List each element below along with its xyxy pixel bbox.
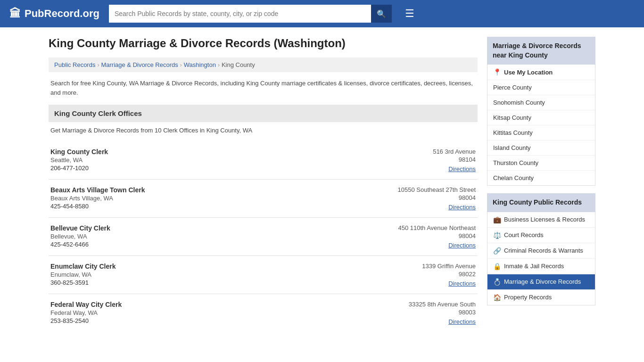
sidebar-records-item[interactable]: 🏠Property Records <box>487 290 595 305</box>
sidebar-nearby-link[interactable]: Pierce County <box>493 84 532 91</box>
clerk-phone: 253-835-2540 <box>50 317 381 324</box>
clerk-right: 10550 Southeast 27th Street 98004 Direct… <box>381 186 476 211</box>
clerk-zip: 98022 <box>381 271 476 278</box>
search-icon: 🔍 <box>377 9 386 18</box>
section-description: Get Marriage & Divorce Records from 10 C… <box>49 127 478 134</box>
clerk-left: King County Clerk Seattle, WA 206-477-10… <box>50 148 381 173</box>
clerk-address: 516 3rd Avenue <box>381 148 476 155</box>
sidebar-nearby-link[interactable]: Kittitas County <box>493 129 533 136</box>
breadcrumb-sep-3: › <box>218 62 220 68</box>
clerk-city: Seattle, WA <box>50 156 381 164</box>
breadcrumb-washington[interactable]: Washington <box>184 61 216 68</box>
directions-link[interactable]: Directions <box>448 165 476 173</box>
clerk-address: 450 110th Avenue Northeast <box>381 224 476 231</box>
clerk-name: Bellevue City Clerk <box>50 224 381 232</box>
sidebar-nearby-link[interactable]: Use My Location <box>504 69 553 76</box>
sidebar-nearby-item[interactable]: Chelan County <box>487 171 595 185</box>
clerk-entry: Beaux Arts Village Town Clerk Beaux Arts… <box>49 180 478 218</box>
nearby-header: Marriage & Divorce Records near King Cou… <box>487 37 595 65</box>
search-bar: 🔍 <box>109 5 392 23</box>
breadcrumb: Public Records › Marriage & Divorce Reco… <box>49 58 478 72</box>
clerk-zip: 98004 <box>381 194 476 201</box>
sidebar-item-icon: ⚖️ <box>493 231 501 239</box>
records-items: 💼Business Licenses & Records⚖️Court Reco… <box>487 212 595 305</box>
breadcrumb-king-county: King County <box>222 61 255 68</box>
sidebar-nearby-link[interactable]: Island County <box>493 144 531 151</box>
clerk-address: 1339 Griffin Avenue <box>381 263 476 270</box>
clerk-left: Enumclaw City Clerk Enumclaw, WA 360-825… <box>50 263 381 287</box>
clerk-phone: 206-477-1020 <box>50 165 381 172</box>
clerk-name: Beaux Arts Village Town Clerk <box>50 186 381 194</box>
sidebar-records-item[interactable]: ⚖️Court Records <box>487 228 595 243</box>
nearby-items: 📍Use My LocationPierce CountySnohomish C… <box>487 65 595 186</box>
hamburger-icon: ☰ <box>405 8 414 19</box>
sidebar-nearby-item[interactable]: Island County <box>487 140 595 156</box>
sidebar-item-icon: 💼 <box>493 216 501 223</box>
breadcrumb-sep-1: › <box>97 62 99 68</box>
clerk-left: Bellevue City Clerk Bellevue, WA 425-452… <box>50 224 381 249</box>
sidebar-nearby-item[interactable]: Pierce County <box>487 80 595 95</box>
sidebar-records-link[interactable]: Inmate & Jail Records <box>504 263 564 270</box>
clerk-left: Federal Way City Clerk Federal Way, WA 2… <box>50 301 381 325</box>
clerk-name: Federal Way City Clerk <box>50 301 381 308</box>
content-area: King County Marriage & Divorce Records (… <box>49 37 478 332</box>
clerk-zip: 98104 <box>381 156 476 163</box>
clerk-zip: 98004 <box>381 232 476 239</box>
main-container: King County Marriage & Divorce Records (… <box>39 27 605 341</box>
search-input[interactable] <box>109 5 371 23</box>
clerk-right: 450 110th Avenue Northeast 98004 Directi… <box>381 224 476 249</box>
sidebar-records-link[interactable]: Court Records <box>504 231 544 239</box>
section-header: King County Clerk Offices <box>49 105 478 122</box>
directions-link[interactable]: Directions <box>448 318 476 325</box>
nearby-box: Marriage & Divorce Records near King Cou… <box>487 37 595 186</box>
directions-link[interactable]: Directions <box>448 280 476 287</box>
sidebar-records-link[interactable]: Criminal Records & Warrants <box>504 247 583 254</box>
sidebar-records-item[interactable]: 🔗Criminal Records & Warrants <box>487 243 595 259</box>
sidebar-nearby-link[interactable]: Kitsap County <box>493 114 531 121</box>
sidebar-nearby-item[interactable]: Kittitas County <box>487 125 595 140</box>
site-logo[interactable]: 🏛 PubRecord.org <box>9 7 99 20</box>
sidebar-nearby-link[interactable]: Chelan County <box>493 174 534 181</box>
records-box: King County Public Records 💼Business Lic… <box>487 193 595 305</box>
clerk-name: Enumclaw City Clerk <box>50 263 381 270</box>
sidebar-records-item[interactable]: 🔒Inmate & Jail Records <box>487 259 595 274</box>
page-title: King County Marriage & Divorce Records (… <box>49 37 478 50</box>
clerk-entry: King County Clerk Seattle, WA 206-477-10… <box>49 141 478 180</box>
sidebar-nearby-item[interactable]: Kitsap County <box>487 110 595 125</box>
page-description: Search for free King County, WA Marriage… <box>49 79 478 97</box>
sidebar-records-link[interactable]: Marriage & Divorce Records <box>504 278 581 285</box>
clerk-entry: Bellevue City Clerk Bellevue, WA 425-452… <box>49 218 478 256</box>
sidebar-records-item[interactable]: 💼Business Licenses & Records <box>487 212 595 228</box>
clerk-address: 33325 8th Avenue South <box>381 301 476 308</box>
clerk-left: Beaux Arts Village Town Clerk Beaux Arts… <box>50 186 381 211</box>
clerk-entry: Federal Way City Clerk Federal Way, WA 2… <box>49 294 478 332</box>
directions-link[interactable]: Directions <box>448 204 476 211</box>
sidebar-nearby-link[interactable]: Thurston County <box>493 159 538 166</box>
sidebar-nearby-item[interactable]: Thurston County <box>487 156 595 171</box>
sidebar-item-icon: 💍 <box>493 278 501 286</box>
logo-icon: 🏛 <box>9 7 21 20</box>
breadcrumb-marriage-records[interactable]: Marriage & Divorce Records <box>101 61 178 68</box>
sidebar-item-icon: 🔒 <box>493 263 501 270</box>
clerk-city: Bellevue, WA <box>50 233 381 240</box>
clerk-zip: 98003 <box>381 309 476 316</box>
search-button[interactable]: 🔍 <box>371 5 392 23</box>
clerk-city: Beaux Arts Village, WA <box>50 195 381 202</box>
breadcrumb-sep-2: › <box>180 62 182 68</box>
sidebar-nearby-link[interactable]: Snohomish County <box>493 99 545 106</box>
sidebar-records-item[interactable]: 💍Marriage & Divorce Records <box>487 274 595 290</box>
site-header: 🏛 PubRecord.org 🔍 ☰ <box>0 0 644 27</box>
sidebar-nearby-item[interactable]: Snohomish County <box>487 95 595 110</box>
directions-link[interactable]: Directions <box>448 242 476 249</box>
sidebar-records-link[interactable]: Property Records <box>504 294 552 301</box>
sidebar-item-icon: 🔗 <box>493 247 501 255</box>
sidebar-records-link[interactable]: Business Licenses & Records <box>504 216 585 223</box>
logo-text: PubRecord.org <box>25 8 99 20</box>
records-header: King County Public Records <box>487 193 595 212</box>
clerk-address: 10550 Southeast 27th Street <box>381 186 476 193</box>
sidebar-nearby-item[interactable]: 📍Use My Location <box>487 65 595 80</box>
sidebar-item-icon: 🏠 <box>493 294 501 301</box>
breadcrumb-public-records[interactable]: Public Records <box>54 61 95 68</box>
menu-button[interactable]: ☰ <box>401 6 418 22</box>
clerk-phone: 425-454-8580 <box>50 203 381 210</box>
